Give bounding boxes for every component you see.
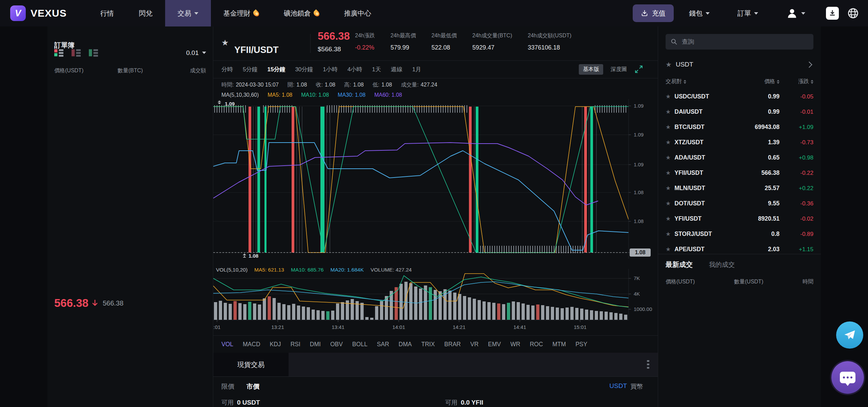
ohlc-item: 成交量:427.24 [401,81,437,89]
indicator-sar[interactable]: SAR [377,341,389,348]
pair-change: -0.73 [780,139,813,146]
indicator-roc[interactable]: ROC [530,341,543,348]
favorite-star-icon[interactable] [221,38,229,48]
market-row[interactable]: ADA/USDT0.65+0.98 [658,150,821,165]
indicator-rsi[interactable]: RSI [291,341,300,348]
account-menu[interactable] [773,0,818,26]
ohlc-label: 時間: [221,82,234,88]
market-row[interactable]: XTZ/USDT1.39-0.73 [658,135,821,150]
pair-price: 566.38 [318,30,350,42]
stat-value: 3376106.18 [528,44,571,51]
market-row[interactable]: APE/USDT2.03+1.15 [658,242,821,254]
timeframe-1月[interactable]: 1月 [412,66,421,73]
download-app-button[interactable] [826,7,839,20]
nav-trade[interactable]: 交易 [165,0,211,26]
market-row[interactable]: MLN/USDT25.57+0.22 [658,181,821,196]
depth-view-button[interactable]: 深度圖 [611,66,627,73]
svg-text::01: :01 [214,324,221,330]
pair-name: APE/USDT [674,246,735,253]
indicator-vr[interactable]: VR [470,341,478,348]
fire-icon [312,9,320,17]
ma-item: MA30: 1.08 [338,92,366,98]
timeframe-分時[interactable]: 分時 [221,66,233,73]
available-quote-value: 0 USDT [237,399,260,406]
nav-orders[interactable]: 訂單 [725,0,771,26]
nav-funds[interactable]: 基金理財 [211,0,271,26]
pair-change: -0.02 [780,216,813,222]
sort-by-price[interactable]: 價格 [735,78,780,85]
nav-mining[interactable]: 礦池鎖倉 [271,0,332,26]
market-row[interactable]: BTC/USDT69943.08+1.09 [658,119,821,135]
indicator-boll[interactable]: BOLL [352,341,368,348]
pair-price: 9.55 [735,200,780,207]
timeframe-15分鐘[interactable]: 15分鐘 [267,66,285,73]
telegram-button[interactable] [836,321,863,349]
market-order-tab[interactable]: 市價 [246,382,259,391]
search-box[interactable] [666,34,813,50]
pair-name: XTZ/USDT [674,139,735,146]
indicator-tabs: VOLMACDKDJRSIDMIOBVBOLLSARDMATRIXBRARVRE… [213,335,658,353]
basic-view-button[interactable]: 基本版 [579,64,603,75]
indicator-obv[interactable]: OBV [330,341,343,348]
language-button[interactable] [847,7,859,19]
search-input[interactable] [681,38,809,46]
last-price-secondary: 566.38 [103,299,123,307]
tab-my-trades[interactable]: 我的成交 [709,260,735,269]
orderbook-view-both-icon[interactable] [54,48,63,57]
pair-price: 25.57 [735,185,780,192]
candlestick-chart[interactable]: 1.091.091.091.081.081.081.081.091.08 [213,99,658,259]
limit-order-tab[interactable]: 限價 [221,382,234,391]
indicator-dma[interactable]: DMA [399,341,412,348]
orderbook-view-bids-icon[interactable] [89,48,98,57]
precision-selector[interactable]: 0.01 [186,49,206,57]
orderbook-view-asks-icon[interactable] [72,48,81,57]
timeframe-list: 分時5分鐘15分鐘30分鐘1小時4小時1天週線1月 [221,66,431,73]
market-row[interactable]: YFII/USDT566.38-0.22 [658,165,821,181]
indicator-emv[interactable]: EMV [488,341,501,348]
market-row[interactable]: DAI/USDT0.99-0.01 [658,104,821,119]
timeframe-1天[interactable]: 1天 [372,66,381,73]
nav-wallet[interactable]: 錢包 [676,0,722,26]
fullscreen-icon[interactable] [634,65,643,74]
sort-by-change[interactable]: 漲跌 [780,78,813,85]
market-group-usdt[interactable]: USDT [666,56,813,73]
chevron-down-icon [801,12,805,15]
chart-panel: YFII/USDT 566.38 $566.38 24h漲跌-0.22%24h最… [213,26,658,407]
quote-currency-link[interactable]: USDT [609,382,627,391]
indicator-kdj[interactable]: KDJ [270,341,281,348]
market-row[interactable]: YFI/USDT8920.51-0.02 [658,211,821,226]
indicator-wr[interactable]: WR [510,341,520,348]
timeframe-週線[interactable]: 週線 [391,66,402,73]
star-icon [666,215,671,222]
timeframe-30分鐘[interactable]: 30分鐘 [295,66,313,73]
market-row[interactable]: STORJ/USDT0.8-0.89 [658,226,821,242]
indicator-mtm[interactable]: MTM [552,341,566,348]
nav-referral[interactable]: 推廣中心 [332,0,384,26]
menu-dots-icon[interactable] [647,360,649,369]
pair-stat: 24h成交額(USDT)3376106.18 [528,32,571,51]
indicator-vol[interactable]: VOL [221,341,233,348]
orderbook-last-price[interactable]: 566.38 566.38 [54,297,123,310]
volume-chart[interactable]: 7K4K1000.00:0113:2113:4114:0114:2114:411… [213,269,658,332]
support-chat-button[interactable] [831,361,864,394]
indicator-brar[interactable]: BRAR [444,341,461,348]
timeframe-4小時[interactable]: 4小時 [348,66,362,73]
market-row[interactable]: DOT/USDT9.55-0.36 [658,196,821,211]
tab-spot-trade[interactable]: 現貨交易 [213,353,289,376]
nav-swap[interactable]: 閃兌 [126,0,165,26]
indicator-psy[interactable]: PSY [575,341,587,348]
timeframe-1小時[interactable]: 1小時 [323,66,337,73]
nav-markets[interactable]: 行情 [88,0,126,26]
sort-by-pair[interactable]: 交易對 [666,78,735,85]
market-row[interactable]: USDC/USDT0.99-0.05 [658,89,821,104]
brand-logo[interactable]: V VEXUS [10,5,67,21]
timeframe-5分鐘[interactable]: 5分鐘 [243,66,257,73]
recharge-button[interactable]: 充值 [633,4,674,22]
chevron-down-icon [202,52,206,54]
tab-latest-trades[interactable]: 最新成交 [666,260,693,269]
svg-text:1.09: 1.09 [634,162,644,167]
indicator-trix[interactable]: TRIX [421,341,435,348]
indicator-macd[interactable]: MACD [243,341,260,348]
volume-legend-item: MA10: 685.76 [291,267,324,273]
indicator-dmi[interactable]: DMI [310,341,321,348]
